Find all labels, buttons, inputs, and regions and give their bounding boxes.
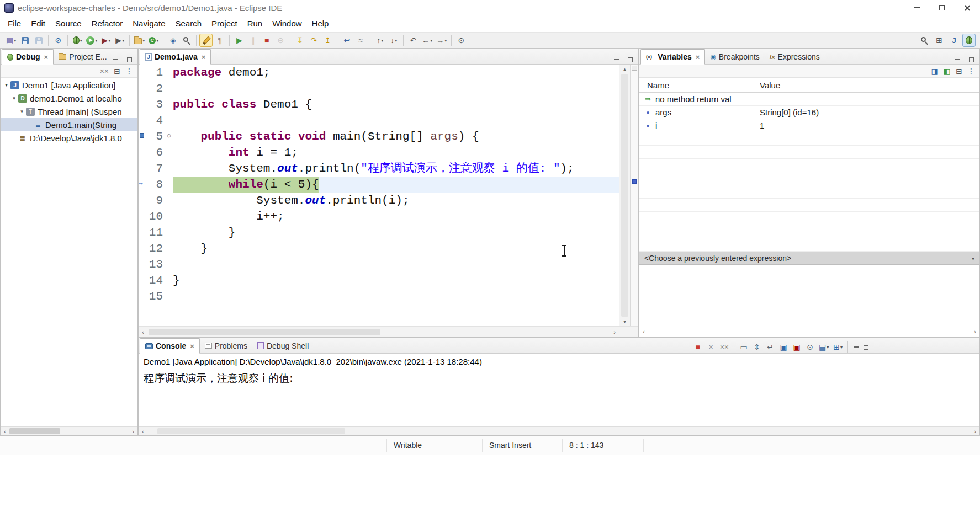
scroll-track[interactable] bbox=[147, 327, 610, 337]
expander-icon[interactable]: ▾ bbox=[3, 82, 10, 88]
scroll-thumb[interactable] bbox=[157, 428, 345, 434]
tab-demo1-java[interactable]: JDemo1.java× bbox=[140, 49, 211, 65]
variable-row[interactable]: ●i1 bbox=[639, 119, 979, 132]
line-number[interactable]: 9 bbox=[145, 193, 165, 209]
code-line[interactable]: 12 } bbox=[139, 241, 619, 257]
menu-file[interactable]: File bbox=[3, 17, 26, 31]
variables-hscrollbar[interactable]: ‹ › bbox=[639, 326, 979, 337]
editor-vscrollbar[interactable]: ▴ ▾ bbox=[619, 65, 630, 326]
code-line[interactable]: 5⊖ public static void main(String[] args… bbox=[139, 129, 619, 145]
code-line[interactable]: 13 bbox=[139, 257, 619, 273]
code-line[interactable]: 15 bbox=[139, 289, 619, 305]
skip-all-breakpoints-button[interactable]: ⊘ bbox=[51, 34, 65, 47]
expander-icon[interactable]: ▾ bbox=[18, 109, 25, 114]
gutter-annotation-column[interactable]: → bbox=[139, 177, 145, 193]
forward-button[interactable]: →▾ bbox=[435, 34, 448, 47]
step-return-button[interactable]: ↥ bbox=[321, 34, 334, 47]
line-number[interactable]: 11 bbox=[145, 225, 165, 241]
clear-console-button[interactable]: ▭ bbox=[738, 341, 750, 353]
gutter-annotation-column[interactable] bbox=[139, 81, 145, 97]
tab-console[interactable]: Console× bbox=[140, 338, 200, 354]
new-java-project-button[interactable]: ▾ bbox=[133, 34, 146, 47]
line-number[interactable]: 10 bbox=[145, 209, 165, 225]
line-number[interactable]: 6 bbox=[145, 145, 165, 161]
toggle-mark-occurrences-button[interactable] bbox=[199, 34, 213, 47]
line-number[interactable]: 15 bbox=[145, 289, 165, 305]
scroll-track[interactable] bbox=[9, 427, 129, 435]
drop-to-frame-button[interactable]: ↩ bbox=[340, 34, 353, 47]
code-line[interactable]: 6 int i = 1; bbox=[139, 145, 619, 161]
overview-ruler[interactable] bbox=[630, 65, 638, 326]
tab-problems[interactable]: Problems bbox=[200, 338, 252, 353]
code-line[interactable]: 7 System.out.println("程序调试演示，注意观察 i 的值: … bbox=[139, 161, 619, 177]
line-number[interactable]: 1 bbox=[145, 65, 165, 81]
gutter-annotation-column[interactable] bbox=[139, 193, 145, 209]
quick-access-search-button[interactable] bbox=[918, 34, 931, 47]
code-line[interactable]: →8 while(i < 5){ bbox=[139, 177, 619, 193]
remove-all-terminated-button[interactable]: ×× bbox=[98, 66, 110, 77]
line-number[interactable]: 3 bbox=[145, 97, 165, 113]
debug-button[interactable]: ▾ bbox=[71, 34, 84, 47]
line-number[interactable]: 7 bbox=[145, 161, 165, 177]
scroll-up-icon[interactable]: ▴ bbox=[619, 65, 630, 73]
scroll-right-icon[interactable]: › bbox=[971, 427, 979, 436]
code-line[interactable]: 3public class Demo1 { bbox=[139, 97, 619, 113]
tab-breakpoints[interactable]: ◉Breakpoints bbox=[705, 49, 764, 64]
debug-tree-item[interactable]: ≣D:\Develop\Java\jdk1.8.0 bbox=[1, 131, 137, 145]
java-perspective-button[interactable]: J bbox=[947, 34, 961, 47]
menu-window[interactable]: Window bbox=[267, 17, 306, 31]
code-line[interactable]: 1package demo1; bbox=[139, 65, 619, 81]
tab-expressions[interactable]: fxExpressions bbox=[765, 49, 825, 64]
gutter-annotation-column[interactable] bbox=[139, 161, 145, 177]
new-wizard-button[interactable]: ▤▾ bbox=[4, 34, 18, 47]
step-over-button[interactable]: ↷ bbox=[307, 34, 320, 47]
line-number[interactable]: 8 bbox=[145, 177, 165, 193]
debug-tree-item[interactable]: ≡Demo1.main(String bbox=[1, 118, 137, 131]
terminate-button[interactable]: ■ bbox=[692, 341, 704, 353]
open-console-button[interactable]: ⊞▾ bbox=[831, 341, 844, 353]
line-number[interactable]: 2 bbox=[145, 81, 165, 97]
code-line[interactable]: 4 bbox=[139, 113, 619, 129]
close-icon[interactable]: × bbox=[696, 53, 700, 61]
current-line-marker-icon[interactable] bbox=[632, 179, 637, 184]
line-number[interactable]: 14 bbox=[145, 273, 165, 289]
open-type-button[interactable]: ◈ bbox=[166, 34, 179, 47]
scroll-left-icon[interactable]: ‹ bbox=[139, 427, 147, 436]
terminate-button[interactable]: ■ bbox=[260, 34, 273, 47]
external-tools-button[interactable]: ▶▾ bbox=[113, 34, 126, 47]
console-hscrollbar[interactable]: ‹ › bbox=[139, 426, 979, 435]
minimize-button[interactable] bbox=[904, 0, 929, 15]
line-number[interactable]: 12 bbox=[145, 241, 165, 257]
scroll-thumb[interactable] bbox=[149, 329, 380, 335]
close-button[interactable] bbox=[955, 0, 980, 15]
minimize-view-button[interactable] bbox=[111, 55, 120, 64]
gutter-annotation-column[interactable] bbox=[139, 145, 145, 161]
menu-refactor[interactable]: Refactor bbox=[87, 17, 128, 31]
tab-debug[interactable]: Debug× bbox=[2, 49, 54, 65]
gutter-annotation-column[interactable] bbox=[139, 241, 145, 257]
scroll-right-icon[interactable]: › bbox=[129, 427, 137, 436]
gutter-annotation-column[interactable] bbox=[139, 65, 145, 81]
debug-perspective-button[interactable] bbox=[962, 34, 976, 47]
expression-entry-bar[interactable]: <Choose a previously entered expression>… bbox=[639, 252, 979, 265]
chevron-down-icon[interactable]: ▾ bbox=[972, 255, 974, 261]
scroll-thumb[interactable] bbox=[9, 428, 60, 434]
menu-project[interactable]: Project bbox=[206, 17, 242, 31]
tab-debug-shell[interactable]: Debug Shell bbox=[252, 338, 314, 353]
minimize-view-button[interactable] bbox=[953, 55, 962, 64]
next-annotation-button[interactable]: ↓▾ bbox=[387, 34, 400, 47]
collapse-all-button[interactable]: ⊟ bbox=[953, 66, 965, 77]
code-line[interactable]: 9 System.out.println(i); bbox=[139, 193, 619, 209]
debug-tree-item[interactable]: ▾TThread [main] (Suspen bbox=[1, 105, 137, 118]
scroll-track[interactable] bbox=[147, 427, 971, 435]
gutter-annotation-column[interactable] bbox=[139, 273, 145, 289]
tab-variables[interactable]: (x)=Variables× bbox=[640, 49, 705, 65]
maximize-button[interactable] bbox=[929, 0, 955, 15]
debug-tree-item[interactable]: ▾JDemo1 [Java Application] bbox=[1, 78, 137, 92]
code-line[interactable]: 2 bbox=[139, 81, 619, 97]
menu-source[interactable]: Source bbox=[50, 17, 87, 31]
back-button[interactable]: ←▾ bbox=[420, 34, 434, 47]
editor-hscrollbar[interactable]: ‹ › bbox=[139, 326, 619, 337]
menu-help[interactable]: Help bbox=[307, 17, 334, 31]
scroll-down-icon[interactable]: ▾ bbox=[619, 317, 630, 326]
